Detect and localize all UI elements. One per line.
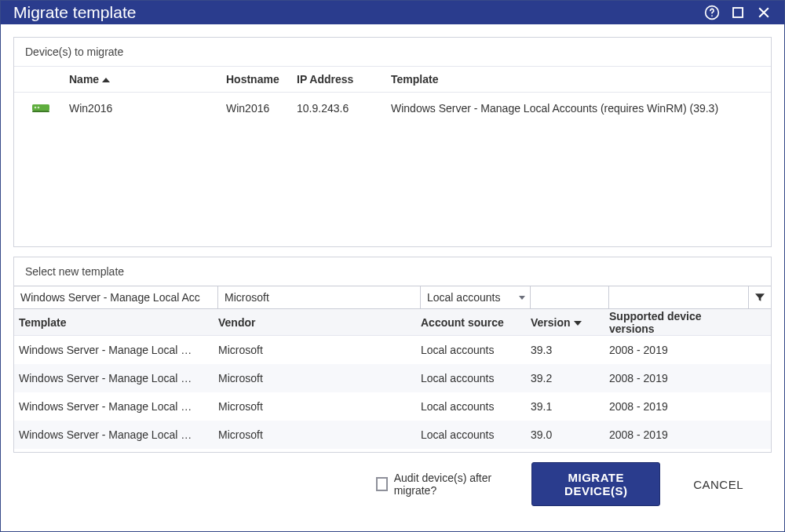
cell-account-source: Local accounts	[421, 428, 531, 441]
device-name: Win2016	[69, 102, 226, 115]
cancel-button[interactable]: CANCEL	[688, 477, 748, 492]
sort-asc-icon	[102, 78, 110, 82]
cell-vendor: Microsoft	[218, 372, 421, 384]
migrate-button[interactable]: MIGRATE DEVICE(S)	[531, 462, 660, 506]
device-template: Windows Server - Manage Local Accounts (…	[391, 102, 771, 115]
svg-rect-2	[733, 8, 743, 17]
devices-header-row: Name Hostname IP Address Template	[14, 66, 771, 93]
svg-point-5	[35, 107, 37, 109]
tcol-header-version[interactable]: Version	[531, 316, 609, 329]
svg-point-6	[38, 107, 40, 109]
devices-panel: Device(s) to migrate Name Hostname IP Ad…	[13, 37, 772, 247]
filter-account-source-input[interactable]	[425, 290, 516, 304]
cell-template: Windows Server - Manage Local …	[14, 428, 218, 441]
cell-supported: 2008 - 2019	[609, 344, 749, 356]
filter-version-cell	[531, 286, 609, 308]
template-row[interactable]: Windows Server - Manage Local … Microsof…	[14, 336, 771, 364]
filter-template-input[interactable]	[19, 290, 213, 304]
cell-supported: 2008 - 2019	[609, 400, 749, 413]
cell-account-source: Local accounts	[421, 372, 531, 384]
template-row[interactable]: Windows Server - Manage Local … Microsof…	[14, 421, 771, 449]
cell-supported: 2008 - 2019	[609, 372, 749, 384]
filter-vendor-cell	[218, 286, 421, 308]
dialog-footer: Audit device(s) after migrate? MIGRATE D…	[13, 453, 772, 519]
filter-account-source-cell[interactable]	[421, 286, 531, 308]
cell-version: 39.1	[531, 400, 609, 413]
cell-version: 39.0	[531, 428, 609, 441]
templates-header-row: Template Vendor Account source Version S…	[14, 309, 771, 336]
col-header-template[interactable]: Template	[391, 73, 771, 86]
templates-filter-row	[14, 286, 771, 309]
cell-version: 39.2	[531, 372, 609, 384]
device-type-icon	[31, 102, 69, 115]
template-row[interactable]: Windows Server - Manage Local … Microsof…	[14, 364, 771, 392]
templates-body: Windows Server - Manage Local … Microsof…	[14, 336, 771, 452]
cell-vendor: Microsoft	[218, 400, 421, 413]
filter-version-input[interactable]	[535, 290, 604, 304]
col-header-hostname[interactable]: Hostname	[226, 73, 297, 86]
audit-checkbox[interactable]	[376, 477, 388, 491]
col-header-ip[interactable]: IP Address	[297, 73, 391, 86]
svg-point-1	[711, 15, 713, 16]
filter-supported-cell	[609, 286, 749, 308]
cell-template: Windows Server - Manage Local …	[14, 344, 218, 356]
help-icon[interactable]	[704, 5, 720, 20]
tcol-header-account-source[interactable]: Account source	[421, 316, 531, 329]
tcol-header-template[interactable]: Template	[14, 316, 218, 329]
cell-account-source: Local accounts	[421, 400, 531, 413]
sort-desc-icon	[574, 321, 582, 326]
filter-supported-input[interactable]	[614, 290, 743, 304]
cell-version: 39.3	[531, 344, 609, 356]
audit-checkbox-wrap[interactable]: Audit device(s) after migrate?	[26, 472, 503, 497]
cell-template: Windows Server - Manage Local …	[14, 400, 218, 413]
cell-vendor: Microsoft	[218, 344, 421, 356]
cell-supported: 2008 - 2019	[609, 428, 749, 441]
col-header-name-label: Name	[69, 73, 99, 86]
svg-rect-4	[32, 111, 49, 112]
dialog-content: Device(s) to migrate Name Hostname IP Ad…	[1, 24, 784, 531]
filter-vendor-input[interactable]	[223, 290, 415, 304]
template-row[interactable]: Windows Server - Manage Local … Microsof…	[14, 392, 771, 421]
migrate-template-dialog: Migrate template Device(s) to migrate Na…	[0, 0, 785, 532]
titlebar-actions	[704, 5, 772, 20]
device-row[interactable]: Win2016 Win2016 10.9.243.6 Windows Serve…	[14, 93, 771, 124]
titlebar: Migrate template	[1, 1, 784, 24]
audit-checkbox-label: Audit device(s) after migrate?	[394, 472, 504, 497]
filter-template-cell	[14, 286, 218, 308]
devices-panel-header: Device(s) to migrate	[14, 38, 771, 66]
chevron-down-icon	[519, 296, 525, 300]
tcol-header-version-label: Version	[531, 316, 571, 329]
dialog-title: Migrate template	[13, 3, 704, 22]
device-ip: 10.9.243.6	[297, 102, 391, 115]
close-icon[interactable]	[756, 5, 772, 20]
device-hostname: Win2016	[226, 102, 297, 115]
templates-panel: Select new template	[13, 257, 772, 453]
templates-panel-header: Select new template	[14, 257, 771, 286]
filter-toggle-icon[interactable]	[749, 286, 771, 308]
cell-account-source: Local accounts	[421, 344, 531, 356]
tcol-header-supported[interactable]: Supported device versions	[609, 310, 749, 335]
cell-vendor: Microsoft	[218, 428, 421, 441]
tcol-header-vendor[interactable]: Vendor	[218, 316, 421, 329]
cell-template: Windows Server - Manage Local …	[14, 372, 218, 384]
maximize-icon[interactable]	[731, 5, 745, 20]
col-header-name[interactable]: Name	[69, 73, 226, 86]
